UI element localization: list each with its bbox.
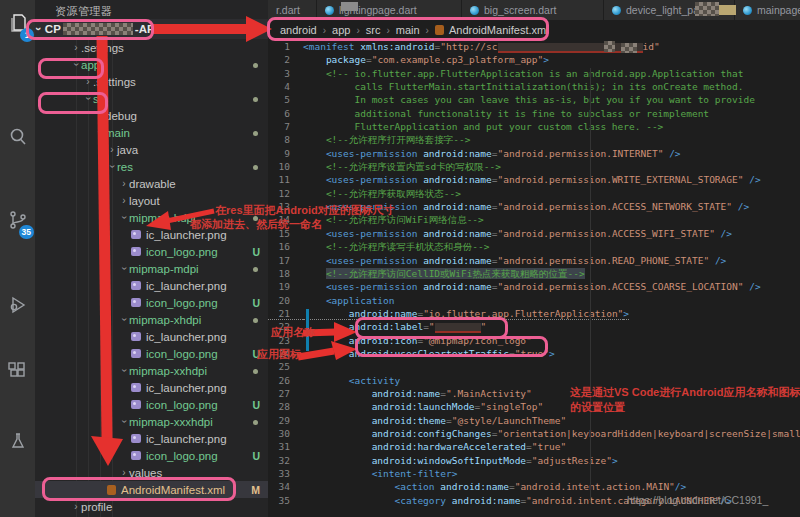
tree-item--settings[interactable]: ›.settings	[35, 39, 268, 56]
line-number: 21	[268, 307, 303, 320]
tree-item-profile[interactable]: ›profile	[35, 498, 268, 515]
tree-item--settings[interactable]: ›.settings	[35, 73, 268, 90]
xml-file-icon	[107, 485, 116, 495]
tree-item-label: main	[105, 127, 130, 139]
image-file-icon	[131, 400, 141, 409]
annotation-vscode-tip-1: 这是通过VS Code进行Android应用名称和图标	[570, 385, 800, 400]
chevron-right-icon: ›	[71, 501, 81, 512]
explorer-badge: 1	[20, 28, 34, 42]
code-line-1: 1<manifest xmlns:android="http://scid"	[268, 40, 800, 53]
tree-item-values[interactable]: ›values	[35, 464, 268, 481]
tree-item-icon_logo-png[interactable]: icon_logo.pngU	[35, 396, 268, 413]
image-file-icon	[131, 247, 141, 256]
breadcrumb-item-src[interactable]: src	[366, 24, 381, 36]
tree-item-mipmap-xxhdpi[interactable]: ›mipmap-xxhdpi	[35, 362, 268, 379]
tree-item-main[interactable]: ›main	[35, 124, 268, 141]
git-changes-dot	[253, 369, 258, 374]
censored-tab-block	[719, 5, 736, 15]
dart-file-icon	[470, 6, 479, 15]
git-changes-dot	[253, 97, 258, 102]
tree-item-label: mipmap-xhdpi	[129, 314, 201, 326]
file-tree: ›.settings›app›.settings›src›debug›main›…	[35, 39, 268, 515]
tree-item-res[interactable]: ›res	[35, 158, 268, 175]
line-number: 7	[268, 120, 303, 133]
line-number: 17	[268, 254, 303, 267]
code-line-28: 28 android:launchMode="singleTop"	[268, 400, 800, 413]
code-line-8: 8 <!--允许程序打开网络套接字-->	[268, 133, 800, 146]
extensions-icon[interactable]	[0, 354, 35, 388]
breadcrumb-separator: ›	[386, 25, 389, 36]
chevron-right-icon: ›	[83, 76, 93, 87]
git-changes-dot	[253, 165, 258, 170]
code-line-10: 10 <!--允许程序设置内置sd卡的写权限-->	[268, 160, 800, 173]
tree-item-app[interactable]: ›app	[35, 56, 268, 73]
explorer-icon[interactable]: 1	[0, 6, 35, 40]
chevron-down-icon: ›	[119, 366, 130, 376]
git-status-badge: U	[252, 246, 260, 258]
line-number: 1	[268, 40, 303, 53]
tree-item-ic_launcher-png[interactable]: ic_launcher.png	[35, 430, 268, 447]
tab-mainpage-dart[interactable]: mainpage.dart	[735, 0, 800, 20]
tree-item-ic_launcher-png[interactable]: ic_launcher.png	[35, 328, 268, 345]
dart-file-icon	[612, 6, 621, 15]
tree-item-mipmap-mdpi[interactable]: ›mipmap-mdpi	[35, 260, 268, 277]
code-line-3: 3 <!-- io.flutter.app.FlutterApplication…	[268, 67, 800, 80]
explorer-toolbar-icons[interactable]: ▫▫▫▫	[220, 22, 258, 33]
breadcrumb-item-main[interactable]: main	[396, 24, 420, 36]
tree-item-icon_logo-png[interactable]: icon_logo.pngU	[35, 294, 268, 311]
code-line-18: 18 <!--允许程序访问CellID或WiFi热点来获取粗略的位置-->	[268, 267, 800, 280]
chevron-down-icon: ›	[35, 27, 45, 31]
tree-item-icon_logo-png[interactable]: icon_logo.pngU	[35, 447, 268, 464]
search-icon[interactable]	[0, 120, 35, 154]
test-flask-icon[interactable]	[0, 424, 35, 458]
code-line-32: 32 android:windowSoftInputMode="adjustRe…	[268, 454, 800, 467]
tab-lightingpage-dart[interactable]: lightingpage.dart	[317, 0, 462, 20]
code-line-33: 33 <intent-filter>	[268, 467, 800, 480]
tree-item-drawable[interactable]: ›drawable	[35, 175, 268, 192]
tab-label: r.dart	[276, 4, 300, 16]
tree-item-androidmanifest-xml[interactable]: AndroidManifest.xmlM	[35, 481, 268, 498]
chevron-down-icon: ›	[95, 128, 106, 138]
tab-r-dart[interactable]: r.dart	[268, 0, 317, 20]
breadcrumb-item-android[interactable]: android	[280, 24, 317, 36]
tree-item-label: java	[117, 144, 138, 156]
tree-item-label: app	[81, 59, 100, 71]
tree-item-mipmap-xxxhdpi[interactable]: ›mipmap-xxxhdpi	[35, 413, 268, 430]
breadcrumb-item-androidmanifest.xml[interactable]: AndroidManifest.xml	[449, 24, 549, 36]
code-editor[interactable]: 1<manifest xmlns:android="http://scid"2 …	[268, 40, 800, 517]
censored-project-name	[63, 23, 133, 35]
line-number: 25	[268, 360, 303, 373]
tree-item-java[interactable]: ›java	[35, 141, 268, 158]
tree-item-icon_logo-png[interactable]: icon_logo.pngU	[35, 243, 268, 260]
source-control-icon[interactable]: 35	[0, 203, 35, 237]
censored-code-block	[604, 41, 615, 52]
tree-item-src[interactable]: ›src	[35, 90, 268, 107]
tree-item-ic_launcher-png[interactable]: ic_launcher.png	[35, 379, 268, 396]
code-line-23: 23 android:icon="@mipmap/icon_logo"	[268, 334, 800, 347]
line-number: 12	[268, 187, 303, 200]
code-line-20: 20 <application	[268, 294, 800, 307]
tab-label: big_screen.dart	[484, 4, 556, 16]
code-line-22: 22 android:label=""	[268, 320, 800, 333]
chevron-right-icon: ›	[119, 178, 129, 189]
line-number: 10	[268, 160, 303, 173]
tree-item-mipmap-xhdpi[interactable]: ›mipmap-xhdpi	[35, 311, 268, 328]
chevron-down-icon: ›	[71, 60, 82, 70]
tree-item-label: AndroidManifest.xml	[121, 484, 225, 496]
git-status-badge: U	[252, 450, 260, 462]
code-line-21: 21 android:name="io.flutter.app.FlutterA…	[268, 307, 800, 320]
line-number: 6	[268, 107, 303, 120]
breadcrumb-item-app[interactable]: app	[332, 24, 350, 36]
tree-item-ic_launcher-png[interactable]: ic_launcher.png	[35, 277, 268, 294]
breadcrumb[interactable]: android›app›src›main›AndroidManifest.xml	[268, 20, 800, 40]
censored-code-text	[435, 323, 481, 333]
chevron-right-icon: ›	[71, 42, 81, 53]
image-file-icon	[131, 332, 141, 341]
image-file-icon	[131, 383, 141, 392]
run-debug-icon[interactable]	[0, 288, 35, 322]
tree-item-label: profile	[81, 501, 112, 513]
tree-item-debug[interactable]: ›debug	[35, 107, 268, 124]
image-file-icon	[131, 349, 141, 358]
tab-big_screen-dart[interactable]: big_screen.dart	[462, 0, 604, 20]
tree-item-icon_logo-png[interactable]: icon_logo.pngU	[35, 345, 268, 362]
